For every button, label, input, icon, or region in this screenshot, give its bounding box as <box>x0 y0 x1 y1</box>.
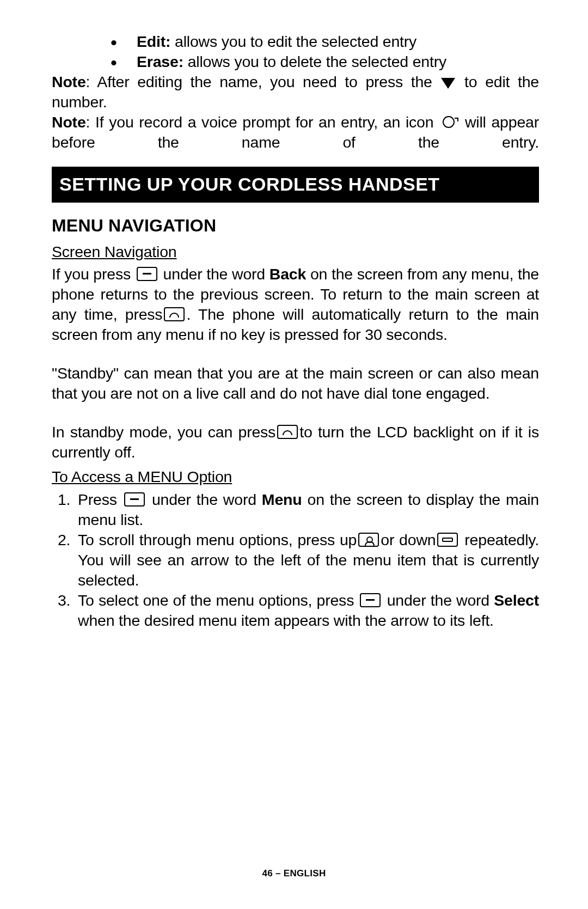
softkey-icon <box>360 593 381 607</box>
s2-a: To scroll through menu options, press up <box>78 531 357 548</box>
bullet-erase-desc: allows you to delete the selected entry <box>183 53 446 70</box>
down-key-icon <box>437 533 458 547</box>
softkey-icon <box>137 267 157 281</box>
voice-prompt-icon <box>441 114 457 131</box>
down-arrow-icon <box>441 78 455 89</box>
bullet-erase: Erase: allows you to delete the selected… <box>111 52 539 72</box>
p3-a: In standby mode, you can press <box>52 423 275 441</box>
s3-select: Select <box>494 591 539 609</box>
hangup-key-icon <box>277 425 298 439</box>
paragraph-3: In standby mode, you can pressto turn th… <box>52 422 539 462</box>
bullet-erase-label: Erase: <box>137 53 183 70</box>
bullet-edit-desc: allows you to edit the selected entry <box>170 33 416 50</box>
note-2: Note: If you record a voice prompt for a… <box>52 112 539 152</box>
note-1: Note: After editing the name, you need t… <box>52 72 539 112</box>
bullet-list: Edit: allows you to edit the selected en… <box>52 32 539 72</box>
p1-b: under the word <box>159 265 270 283</box>
s1-b: under the word <box>146 491 262 508</box>
s3-b: under the word <box>382 591 494 609</box>
p1-back: Back <box>270 265 306 283</box>
menu-navigation-heading: MENU NAVIGATION <box>52 215 539 237</box>
p1-a: If you press <box>52 265 135 283</box>
s2-b: or down <box>381 531 436 548</box>
bullet-edit-label: Edit: <box>137 33 170 50</box>
note-2-label: Note <box>52 113 86 131</box>
page-footer: 46 – ENGLISH <box>0 868 588 880</box>
hangup-key-icon <box>164 307 185 321</box>
step-2: To scroll through menu options, press up… <box>75 530 539 590</box>
softkey-icon <box>124 492 145 507</box>
s3-c: when the desired menu item appears with … <box>78 612 494 629</box>
paragraph-1: If you press under the word Back on the … <box>52 264 539 345</box>
section-heading-bar: SETTING UP YOUR CORDLESS HANDSET <box>52 167 539 203</box>
screen-navigation-subhead: Screen Navigation <box>52 242 539 262</box>
s1-menu: Menu <box>262 491 302 508</box>
note-1-label: Note <box>52 73 86 90</box>
step-1: Press under the word Menu on the screen … <box>75 490 539 530</box>
s1-a: Press <box>78 491 122 508</box>
note-2-text-a: : If you record a voice prompt for an en… <box>86 113 439 131</box>
s3-a: To select one of the menu options, press <box>78 591 358 609</box>
step-3: To select one of the menu options, press… <box>75 590 539 631</box>
access-menu-subhead: To Access a MENU Option <box>52 467 539 487</box>
bullet-edit: Edit: allows you to edit the selected en… <box>111 32 539 52</box>
note-1-text-a: : After editing the name, you need to pr… <box>86 73 432 90</box>
paragraph-2: "Standby" can mean that you are at the m… <box>52 363 539 404</box>
steps-list: Press under the word Menu on the screen … <box>52 490 539 631</box>
up-key-icon <box>358 533 379 547</box>
